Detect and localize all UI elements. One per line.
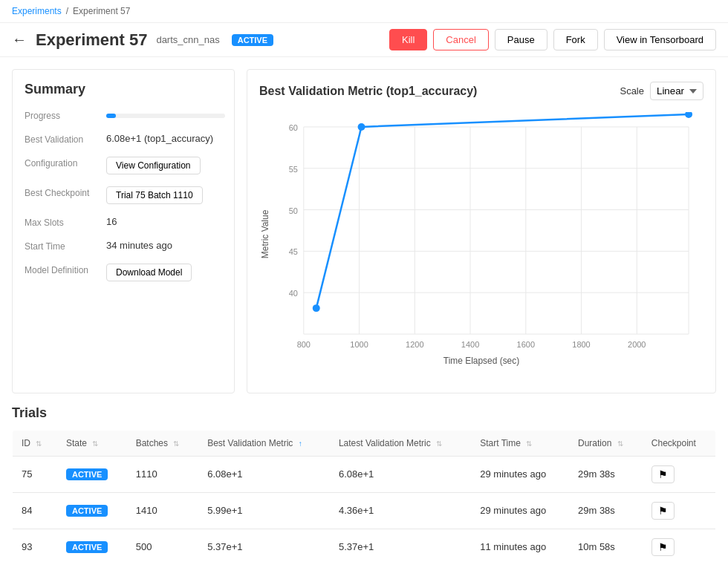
trials-table: ID ⇅ State ⇅ Batches ⇅ Best Validation M… bbox=[12, 430, 716, 566]
cancel-button[interactable]: Cancel bbox=[433, 29, 488, 50]
svg-text:800: 800 bbox=[297, 340, 311, 349]
cell-state: ACTIVE bbox=[57, 456, 127, 492]
breadcrumb-sep: / bbox=[66, 6, 68, 16]
chart-panel: Best Validation Metric (top1_accuracy) S… bbox=[247, 69, 716, 393]
max-slots-label: Max Slots bbox=[25, 216, 106, 228]
svg-text:1200: 1200 bbox=[406, 340, 423, 349]
kill-button[interactable]: Kill bbox=[389, 29, 427, 50]
sort-best-icon: ↑ bbox=[299, 439, 302, 448]
cell-batches: 500 bbox=[127, 529, 198, 565]
model-definition-value: Download Model bbox=[106, 264, 222, 281]
chart-title: Best Validation Metric (top1_accuracy) bbox=[259, 85, 477, 98]
trials-title: Trials bbox=[12, 405, 716, 421]
cell-latest-validation: 4.36e+1 bbox=[330, 492, 471, 529]
best-checkpoint-label: Best Checkpoint bbox=[25, 186, 106, 198]
cell-state: ACTIVE bbox=[57, 492, 127, 529]
model-definition-label: Model Definition bbox=[25, 264, 106, 275]
cell-duration: 29m 38s bbox=[569, 456, 643, 492]
pause-button[interactable]: Pause bbox=[495, 29, 547, 50]
progress-label: Progress bbox=[25, 109, 106, 121]
checkpoint-flag-button[interactable]: ⚑ bbox=[651, 465, 675, 483]
breadcrumb-current: Experiment 57 bbox=[73, 6, 130, 16]
cell-best-validation: 6.08e+1 bbox=[198, 456, 330, 492]
svg-text:1000: 1000 bbox=[350, 340, 368, 349]
cell-checkpoint: ⚑ bbox=[643, 492, 716, 529]
max-slots-value: 16 bbox=[106, 216, 222, 227]
best-validation-value: 6.08e+1 (top1_accuracy) bbox=[106, 133, 222, 144]
chart-point-1 bbox=[313, 304, 320, 312]
breadcrumb-parent[interactable]: Experiments bbox=[12, 6, 62, 16]
tensorboard-button[interactable]: View in Tensorboard bbox=[604, 29, 716, 50]
svg-text:2000: 2000 bbox=[628, 340, 646, 349]
cell-batches: 1410 bbox=[127, 492, 198, 529]
cell-duration: 29m 38s bbox=[569, 492, 643, 529]
summary-checkpoint-row: Best Checkpoint Trial 75 Batch 1110 bbox=[25, 186, 222, 204]
trials-table-body: 75 ACTIVE 1110 6.08e+1 6.08e+1 29 minute… bbox=[13, 456, 716, 565]
cell-start-time: 11 minutes ago bbox=[471, 529, 569, 565]
scale-select[interactable]: Linear Log bbox=[650, 82, 703, 100]
svg-text:45: 45 bbox=[289, 247, 298, 256]
svg-text:40: 40 bbox=[289, 289, 298, 298]
col-header-best-validation[interactable]: Best Validation Metric ↑ bbox=[198, 430, 330, 456]
state-badge: ACTIVE bbox=[66, 541, 108, 553]
cell-start-time: 29 minutes ago bbox=[471, 492, 569, 529]
progress-bar-bg bbox=[106, 114, 225, 118]
sort-latest-icon: ⇅ bbox=[436, 439, 442, 448]
best-checkpoint-value: Trial 75 Batch 1110 bbox=[106, 186, 222, 204]
download-model-button[interactable]: Download Model bbox=[106, 264, 192, 281]
cell-best-validation: 5.99e+1 bbox=[198, 492, 330, 529]
fork-button[interactable]: Fork bbox=[553, 29, 598, 50]
svg-text:55: 55 bbox=[289, 165, 298, 174]
summary-max-slots-row: Max Slots 16 bbox=[25, 216, 222, 228]
summary-progress-row: Progress bbox=[25, 109, 222, 121]
cell-start-time: 29 minutes ago bbox=[471, 456, 569, 492]
col-header-id[interactable]: ID ⇅ bbox=[13, 430, 57, 456]
progress-bar-fill bbox=[106, 114, 116, 118]
best-checkpoint-button[interactable]: Trial 75 Batch 1110 bbox=[106, 186, 203, 204]
breadcrumb: Experiments / Experiment 57 bbox=[0, 0, 728, 23]
cell-id: 84 bbox=[13, 492, 57, 529]
checkpoint-flag-button[interactable]: ⚑ bbox=[651, 502, 675, 520]
back-button[interactable]: ← bbox=[12, 31, 27, 48]
cell-id: 93 bbox=[13, 529, 57, 565]
chart-area: 60 55 50 45 40 800 1000 1200 1400 1600 1… bbox=[259, 112, 703, 381]
chart-svg: 60 55 50 45 40 800 1000 1200 1400 1600 1… bbox=[259, 112, 703, 379]
configuration-label: Configuration bbox=[25, 157, 106, 169]
start-time-label: Start Time bbox=[25, 240, 106, 252]
state-badge: ACTIVE bbox=[66, 468, 108, 480]
summary-start-time-row: Start Time 34 minutes ago bbox=[25, 240, 222, 252]
table-row: 84 ACTIVE 1410 5.99e+1 4.36e+1 29 minute… bbox=[13, 492, 716, 529]
summary-configuration-row: Configuration View Configuration bbox=[25, 157, 222, 174]
svg-text:Metric Value: Metric Value bbox=[260, 209, 270, 258]
status-badge: ACTIVE bbox=[232, 34, 273, 46]
sort-start-icon: ⇅ bbox=[526, 439, 532, 448]
checkpoint-flag-button[interactable]: ⚑ bbox=[651, 538, 675, 556]
chart-header: Best Validation Metric (top1_accuracy) S… bbox=[259, 82, 703, 100]
summary-title: Summary bbox=[25, 82, 222, 97]
svg-text:Time Elapsed (sec): Time Elapsed (sec) bbox=[443, 356, 519, 366]
cell-checkpoint: ⚑ bbox=[643, 456, 716, 492]
experiment-model: darts_cnn_nas bbox=[156, 34, 219, 45]
scale-label: Scale bbox=[620, 85, 644, 97]
col-header-batches[interactable]: Batches ⇅ bbox=[127, 430, 198, 456]
best-validation-label: Best Validation bbox=[25, 133, 106, 145]
chart-line bbox=[316, 114, 689, 308]
trials-table-header: ID ⇅ State ⇅ Batches ⇅ Best Validation M… bbox=[13, 430, 716, 456]
sort-batches-icon: ⇅ bbox=[173, 439, 179, 448]
trials-section: Trials ID ⇅ State ⇅ Batches ⇅ Best Valid… bbox=[0, 405, 728, 578]
view-configuration-button[interactable]: View Configuration bbox=[106, 157, 201, 174]
col-header-start-time[interactable]: Start Time ⇅ bbox=[471, 430, 569, 456]
table-row: 75 ACTIVE 1110 6.08e+1 6.08e+1 29 minute… bbox=[13, 456, 716, 492]
col-header-latest-validation[interactable]: Latest Validation Metric ⇅ bbox=[330, 430, 471, 456]
svg-text:1400: 1400 bbox=[461, 340, 479, 349]
svg-text:60: 60 bbox=[289, 123, 298, 132]
col-header-duration[interactable]: Duration ⇅ bbox=[569, 430, 643, 456]
configuration-value: View Configuration bbox=[106, 157, 222, 174]
cell-batches: 1110 bbox=[127, 456, 198, 492]
summary-panel: Summary Progress Best Validation 6.08e+1… bbox=[12, 69, 235, 393]
cell-best-validation: 5.37e+1 bbox=[198, 529, 330, 565]
cell-id: 75 bbox=[13, 456, 57, 492]
header-actions: Kill Cancel Pause Fork View in Tensorboa… bbox=[389, 29, 716, 50]
cell-latest-validation: 6.08e+1 bbox=[330, 456, 471, 492]
col-header-state[interactable]: State ⇅ bbox=[57, 430, 127, 456]
